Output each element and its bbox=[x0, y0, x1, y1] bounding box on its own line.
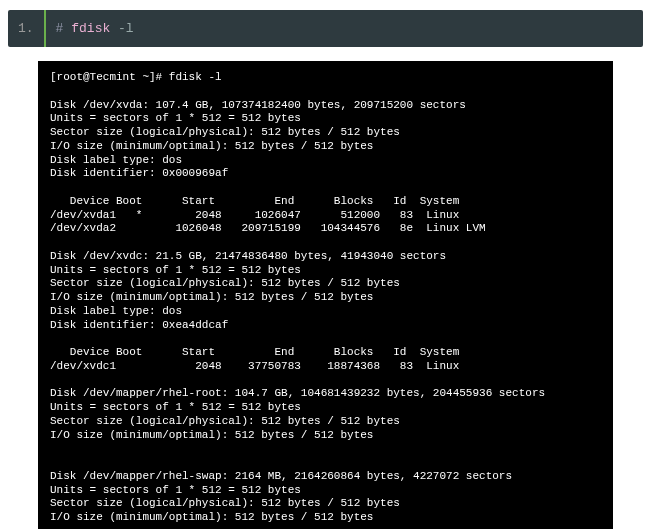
io-size: I/O size (minimum/optimal): 512 bytes / … bbox=[50, 429, 373, 441]
disk-identifier: Disk identifier: 0x000969af bbox=[50, 167, 228, 179]
io-size: I/O size (minimum/optimal): 512 bytes / … bbox=[50, 511, 373, 523]
code-block: 1. # fdisk -l bbox=[8, 10, 643, 47]
disk-identifier: Disk identifier: 0xea4ddcaf bbox=[50, 319, 228, 331]
disk-label-type: Disk label type: dos bbox=[50, 305, 182, 317]
terminal-container: [root@Tecmint ~]# fdisk -l Disk /dev/xvd… bbox=[8, 61, 643, 529]
partition-table-header: Device Boot Start End Blocks Id System bbox=[50, 346, 459, 358]
prompt-line: [root@Tecmint ~]# fdisk -l bbox=[50, 71, 222, 83]
sector-size: Sector size (logical/physical): 512 byte… bbox=[50, 126, 400, 138]
disk-header: Disk /dev/mapper/rhel-root: 104.7 GB, 10… bbox=[50, 387, 545, 399]
disk-label-type: Disk label type: dos bbox=[50, 154, 182, 166]
partition-row: /dev/xvda2 1026048 209715199 104344576 8… bbox=[50, 222, 486, 234]
partition-row: /dev/xvda1 * 2048 1026047 512000 83 Linu… bbox=[50, 209, 459, 221]
io-size: I/O size (minimum/optimal): 512 bytes / … bbox=[50, 140, 373, 152]
disk-units: Units = sectors of 1 * 512 = 512 bytes bbox=[50, 112, 301, 124]
partition-row: /dev/xvdc1 2048 37750783 18874368 83 Lin… bbox=[50, 360, 459, 372]
disk-header: Disk /dev/xvda: 107.4 GB, 107374182400 b… bbox=[50, 99, 466, 111]
partition-table-header: Device Boot Start End Blocks Id System bbox=[50, 195, 459, 207]
code-content: # fdisk -l bbox=[46, 10, 144, 47]
sector-size: Sector size (logical/physical): 512 byte… bbox=[50, 277, 400, 289]
sector-size: Sector size (logical/physical): 512 byte… bbox=[50, 415, 400, 427]
disk-units: Units = sectors of 1 * 512 = 512 bytes bbox=[50, 401, 301, 413]
io-size: I/O size (minimum/optimal): 512 bytes / … bbox=[50, 291, 373, 303]
disk-units: Units = sectors of 1 * 512 = 512 bytes bbox=[50, 264, 301, 276]
command-name: fdisk bbox=[71, 21, 110, 36]
sector-size: Sector size (logical/physical): 512 byte… bbox=[50, 497, 400, 509]
disk-units: Units = sectors of 1 * 512 = 512 bytes bbox=[50, 484, 301, 496]
line-number: 1. bbox=[8, 10, 46, 47]
disk-header: Disk /dev/mapper/rhel-swap: 2164 MB, 216… bbox=[50, 470, 512, 482]
hash-symbol: # bbox=[56, 21, 64, 36]
disk-header: Disk /dev/xvdc: 21.5 GB, 21474836480 byt… bbox=[50, 250, 446, 262]
command-flag: -l bbox=[118, 21, 134, 36]
terminal-output: [root@Tecmint ~]# fdisk -l Disk /dev/xvd… bbox=[38, 61, 613, 529]
